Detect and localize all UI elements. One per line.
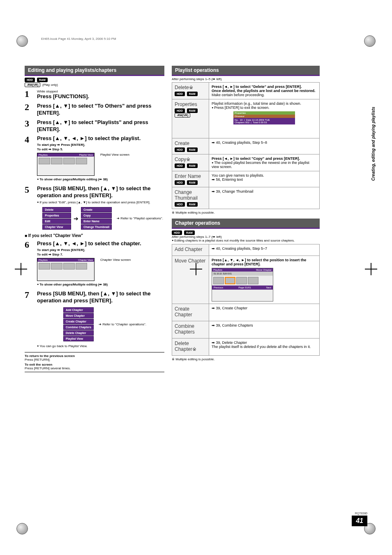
menu-enter-name: Enter Name (81, 219, 112, 224)
step7-main: Press [SUB MENU], then [▲, ▼] to select … (37, 290, 164, 304)
chop-add-l1: ➡ 40, Creating playlists, Step 5–7 (209, 244, 320, 256)
step-num-1: 1 (25, 90, 33, 100)
badge-hdd: HDD (25, 78, 35, 82)
crop-mark-cross (15, 263, 27, 275)
arrow-icon: ➔ (74, 215, 78, 222)
step-num-7: 7 (25, 290, 33, 304)
menu1-ref: ➔ Refer to "Playlist operations". (117, 216, 163, 220)
book-trace: EH65.book Page 41 Monday, April 3, 2006 … (41, 37, 116, 41)
step4-main: Press [▲, ▼, ◄, ►] to select the playlis… (37, 135, 164, 142)
op-create-name: Create (175, 140, 206, 146)
playlist-ops-table: Delete※ HDD RAM Press [◄, ►] to select "… (172, 82, 320, 209)
submenu-right: Create Copy Enter Name Change Thumbnail (81, 207, 112, 230)
op-properties-name: Properties (175, 101, 206, 107)
doc-code: RQT8380 (352, 512, 367, 515)
step3-main: Press [▲, ▼] to select "Playlists" and p… (37, 119, 164, 133)
chop-combine-name: Combine Chapters (175, 323, 206, 335)
chop-delete-l2: The playlist itself is deleted if you de… (212, 345, 317, 349)
playlist-view-mini-screen: PlaylistsPlaylist View (37, 153, 95, 176)
crop-mark-cross (190, 263, 202, 275)
step6-main: Press [▲, ▼, ◄, ►] to select the chapter… (37, 240, 164, 247)
chop-move-l1: Press [▲, ▼, ◄, ►] to select the positio… (212, 258, 306, 266)
section-chapter-ops: Chapter operations (172, 219, 320, 229)
badge-hdd: HDD (172, 230, 182, 235)
badge-rwvr: -RW(VR) (25, 83, 40, 87)
section-editing-playing: Editing and playing playlists/chapters (25, 66, 164, 76)
after-steps-17: After performing steps 1–7 (➡ left) (172, 235, 320, 239)
crop-mark-circle (16, 35, 28, 47)
exit-screen-title: To exit the screen (25, 363, 52, 366)
chapter-view-subsection: ■ If you select "Chapter View" (25, 233, 164, 238)
step-num-2: 2 (25, 103, 33, 117)
chop-create-l1: ➡ 39, Create Chapter (209, 304, 320, 321)
chop-create-name: Create Chapter (175, 306, 206, 318)
chop-delete-name: Delete Chapter※ (175, 341, 206, 352)
submenu-left: Delete Properties Edit Chapter View (42, 207, 71, 230)
step5-main: Press [SUB MENU], then [▲, ▼] to select … (37, 185, 164, 199)
op-delete-name: Delete※ (175, 85, 206, 90)
badge-ram: RAM (184, 230, 195, 235)
menu-delete: Delete (42, 207, 71, 212)
chapter-view-caption: Chapter View screen (100, 258, 131, 262)
menu-create: Create (81, 207, 112, 212)
op-create-l1: ➡ 40, Creating playlists, Step 5–8 (209, 138, 320, 154)
chop-delete-l1: ➡ 39, Delete Chapter (212, 341, 317, 345)
chapter-ops-footnote: ※ Multiple editing is possible. (172, 357, 320, 361)
step6-sub2: To edit ➡ Step 7. (37, 253, 164, 256)
chapter-ops-table: Add Chapter ➡ 40, Creating playlists, St… (172, 244, 320, 356)
menu-combine-chapters: Combine Chapters (63, 325, 94, 330)
crop-mark-circle (364, 35, 376, 47)
op-entername-l1: You can give names to playlists. (212, 173, 317, 177)
op-delete-l1: Press [◄, ►] to select "Delete" and pres… (212, 85, 302, 89)
op-copy-l2: The copied playlist becomes the newest o… (212, 161, 317, 169)
crop-mark-cross (365, 263, 377, 275)
chapter-view-mini-screen: PlaylistsChapter View (37, 258, 95, 281)
step-num-5: 5 (25, 185, 33, 204)
step5-note: If you select "Edit", press [▲, ▼] to se… (37, 200, 164, 204)
playlist-view-caption: Playlist View screen (100, 153, 129, 157)
step4-sub1: To start play ➡ Press [ENTER]. (37, 143, 164, 147)
step2-main: Press [▲, ▼] to select "To Others" and p… (37, 103, 164, 117)
goback-note: You can go back to Playlist View. (37, 344, 164, 348)
chop-combine-l1: ➡ 39, Combine Chapters (209, 321, 320, 339)
play-only-label: (Play only) (42, 83, 58, 87)
step4-note: To show other pages/Multiple editing (➡ … (37, 177, 164, 181)
crop-mark-circle (16, 523, 28, 534)
section-playlist-ops: Playlist operations (172, 66, 320, 76)
after-steps-15: After performing steps 1–5 (➡ left) (172, 77, 320, 81)
menu-playlist-view: Playlist View (63, 336, 94, 341)
menu-properties: Properties (42, 213, 71, 218)
step6-sub1: To start play ➡ Press [ENTER]. (37, 248, 164, 252)
side-section-label: Creating, editing and playing playlists (371, 107, 376, 181)
menu-delete-chapter: Delete Chapter (63, 330, 94, 336)
op-copy-l1: Press [◄, ►] to select "Copy" and press … (212, 157, 300, 161)
menu-change-thumb: Change Thumbnail (81, 224, 112, 230)
step1-lead: While stopped (37, 90, 164, 93)
menu-create-chapter: Create Chapter (63, 319, 94, 324)
step-num-3: 3 (25, 119, 33, 133)
menu-move-chapter: Move Chapter (63, 313, 94, 318)
playlist-ops-footnote: ※ Multiple editing is possible. (172, 211, 320, 214)
menu-edit: Edit (42, 219, 71, 224)
properties-screen: Properties Dinosaur No. 10 | Date 12.10.… (233, 111, 295, 136)
op-entername-name: Enter Name (175, 173, 206, 179)
op-changethumb-l1: ➡ 39, Change Thumbnail (209, 187, 320, 209)
step6-note: To show other pages/Multiple editing (➡ … (37, 283, 164, 286)
move-chapter-screen: PlaylistsMove Chapter 01 10.10. SUN 0:01… (212, 268, 273, 302)
op-copy-name: Copy※ (175, 157, 206, 162)
menu-chapter-view: Chapter View (42, 224, 71, 230)
op-entername-l2: ➡ 56, Entering text (212, 177, 317, 182)
op-delete-l3: Make certain before proceeding. (212, 93, 317, 97)
op-delete-l2: Once deleted, the playlists are lost and… (212, 89, 316, 93)
chapter-submenu: Add Chapter Move Chapter Create Chapter … (63, 307, 94, 342)
menu2-ref: ➔ Refer to "Chapter operations". (99, 322, 146, 326)
op-prop-l1: Playlist information (e.g., total time a… (212, 101, 317, 106)
step4-sub2: To edit ➡ Step 5. (37, 147, 164, 151)
chop-add-name: Add Chapter (175, 246, 206, 252)
op-prop-l2: Press [ENTER] to exit the screen. (212, 106, 317, 110)
step-num-4: 4 (25, 135, 33, 183)
page-number: 41 (352, 516, 367, 526)
step1-main: Press [FUNCTIONS]. (37, 93, 164, 100)
menu-add-chapter: Add Chapter (63, 307, 94, 313)
menu-copy: Copy (81, 213, 112, 218)
